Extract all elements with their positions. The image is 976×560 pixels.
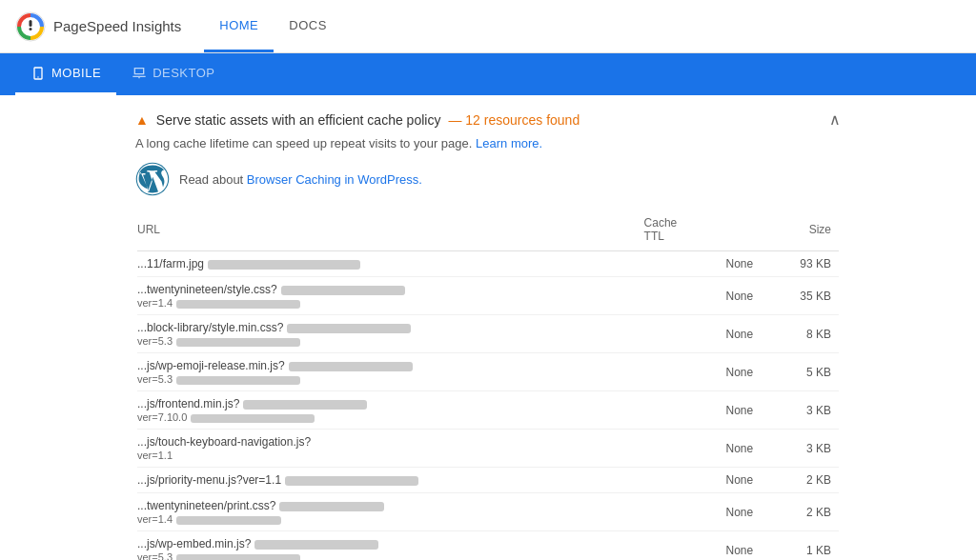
col-header-cache: CacheTTL [644,212,762,251]
nav-docs[interactable]: DOCS [274,0,342,52]
svg-point-3 [30,28,32,30]
cache-ttl-cell: None [644,493,762,531]
table-row: ...twentynineteen/print.css?ver=1.4None2… [137,493,839,531]
size-cell: 2 KB [761,468,839,493]
table-row: ...js/priority-menu.js?ver=1.1None2 KB [137,468,839,493]
url-cell: ...twentynineteen/print.css?ver=1.4 [137,493,644,531]
table-header-row: URL CacheTTL Size [137,212,839,251]
app-title: PageSpeed Insights [53,18,181,34]
cache-ttl-cell: None [644,531,762,561]
top-navigation: PageSpeed Insights HOME DOCS [0,0,976,53]
pagespeed-logo-icon [15,11,46,42]
size-cell: 1 KB [761,531,839,561]
resources-count: — 12 resources found [448,112,580,128]
size-cell: 3 KB [761,430,839,468]
section-title: Serve static assets with an efficient ca… [156,112,441,128]
url-cell: ...js/wp-emoji-release.min.js?ver=5.3 [137,353,644,391]
size-cell: 35 KB [761,277,839,315]
mobile-icon [30,66,46,81]
wordpress-logo [135,162,170,196]
cache-ttl-cell: None [644,468,762,493]
wp-caching-link[interactable]: Browser Caching in WordPress. [247,172,422,187]
cache-ttl-cell: None [644,277,762,315]
col-header-url: URL [137,212,644,251]
url-cell: ...twentynineteen/style.css?ver=1.4 [137,277,644,315]
table-row: ...11/farm.jpgNone93 KB [137,251,839,277]
table-row: ...js/touch-keyboard-navigation.js?ver=1… [137,430,839,468]
table-row: ...block-library/style.min.css?ver=5.3No… [137,315,839,353]
resources-table: URL CacheTTL Size ...11/farm.jpgNone93 K… [136,212,840,560]
wp-text: Read about Browser Caching in WordPress. [179,172,422,187]
nav-links: HOME DOCS [204,0,342,52]
size-cell: 93 KB [761,251,839,277]
device-tabs: MOBILE DESKTOP [0,53,976,95]
url-cell: ...11/farm.jpg [137,251,644,277]
wordpress-row: Read about Browser Caching in WordPress. [135,162,841,196]
size-cell: 8 KB [761,315,839,353]
svg-rect-2 [30,20,32,27]
warning-icon: ▲ [135,112,149,128]
desktop-icon [132,66,147,81]
cache-ttl-cell: None [644,353,762,391]
cache-ttl-cell: None [644,430,762,468]
section-header: ▲ Serve static assets with an efficient … [135,110,841,129]
section-description: A long cache lifetime can speed up repea… [135,136,841,150]
section-title-row: ▲ Serve static assets with an efficient … [135,112,580,128]
size-cell: 2 KB [761,493,839,531]
url-cell: ...js/frontend.min.js?ver=7.10.0 [137,391,644,430]
url-cell: ...js/wp-embed.min.js?ver=5.3 [137,531,644,561]
table-row: ...js/wp-emoji-release.min.js?ver=5.3Non… [137,353,839,391]
main-content: ▲ Serve static assets with an efficient … [59,95,917,560]
nav-home[interactable]: HOME [204,0,274,52]
cache-ttl-cell: None [644,251,762,277]
table-row: ...js/wp-embed.min.js?ver=5.3None1 KB [137,531,839,561]
resources-table-wrapper: URL CacheTTL Size ...11/farm.jpgNone93 K… [135,211,841,560]
collapse-icon[interactable]: ∧ [829,110,841,129]
table-row: ...js/frontend.min.js?ver=7.10.0None3 KB [137,391,839,430]
cache-ttl-cell: None [644,391,762,430]
cache-ttl-cell: None [644,315,762,353]
table-row: ...twentynineteen/style.css?ver=1.4None3… [137,277,839,315]
url-cell: ...block-library/style.min.css?ver=5.3 [137,315,644,353]
size-cell: 3 KB [761,391,839,430]
url-cell: ...js/priority-menu.js?ver=1.1 [137,468,644,493]
logo: PageSpeed Insights [15,11,181,42]
tab-mobile[interactable]: MOBILE [15,53,116,95]
size-cell: 5 KB [761,353,839,391]
url-cell: ...js/touch-keyboard-navigation.js?ver=1… [137,430,644,468]
tab-desktop[interactable]: DESKTOP [116,53,230,95]
learn-more-link[interactable]: Learn more. [476,136,542,150]
col-header-size: Size [761,212,839,251]
